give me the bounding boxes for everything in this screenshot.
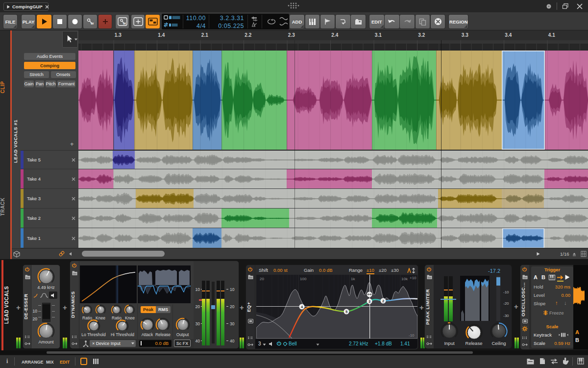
svg-text:w: w [90, 21, 94, 25]
svg-text:+10: +10 [410, 276, 416, 280]
svg-text:100: 100 [300, 277, 307, 281]
svg-text:w: w [122, 21, 126, 26]
svg-text:2: 2 [382, 299, 384, 303]
svg-text:1k: 1k [351, 277, 355, 281]
svg-text:3: 3 [368, 299, 370, 304]
svg-text:10k: 10k [401, 277, 408, 281]
svg-text:5: 5 [345, 310, 347, 314]
svg-text:-10: -10 [409, 333, 415, 338]
svg-text:20: 20 [260, 277, 264, 281]
